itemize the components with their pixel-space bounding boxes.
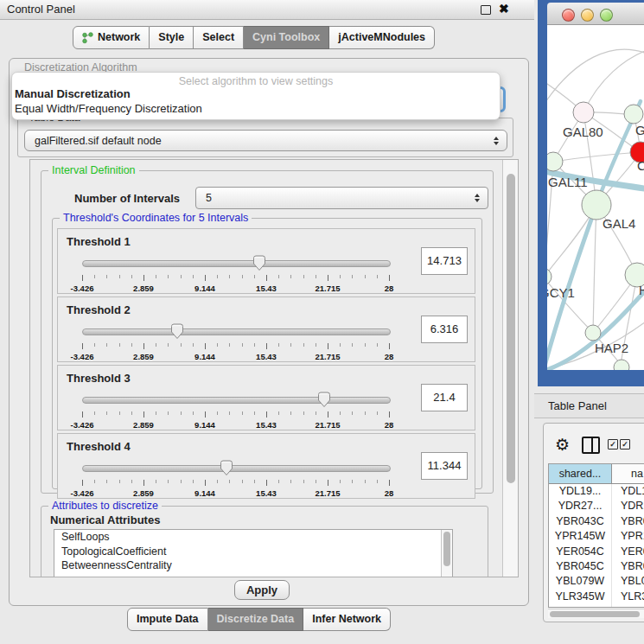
- slider-tick: [352, 480, 353, 483]
- tab-network[interactable]: Network: [73, 26, 150, 49]
- combo-arrows-icon[interactable]: [494, 137, 499, 145]
- slider-thumb[interactable]: [317, 392, 331, 408]
- network-edge[interactable]: [547, 49, 644, 107]
- attribute-item-topologicalcoefficient[interactable]: TopologicalCoefficient: [54, 545, 452, 559]
- cell-shared-name: YBR045C: [549, 559, 612, 574]
- table-hscrollbar-thumb[interactable]: [550, 611, 640, 617]
- network-node[interactable]: [614, 360, 629, 370]
- split-columns-icon[interactable]: [582, 437, 600, 454]
- threshold-slider-4[interactable]: -3.4262.8599.14415.4321.71528: [82, 460, 389, 496]
- slider-track[interactable]: [82, 397, 391, 404]
- apply-button[interactable]: Apply: [234, 580, 290, 600]
- mac-minimize-icon[interactable]: [581, 9, 594, 22]
- table-row[interactable]: YBR045CYBR0: [549, 559, 644, 574]
- table-panel-title: Table Panel: [548, 399, 607, 412]
- table-data-combo[interactable]: galFiltered.sif default node: [24, 130, 507, 151]
- slider-tick: [340, 275, 341, 278]
- table-hscrollbar[interactable]: [548, 609, 644, 618]
- threshold-slider-1[interactable]: -3.4262.8599.14415.4321.71528: [82, 255, 389, 291]
- network-node[interactable]: [547, 268, 552, 285]
- column-header-name[interactable]: na: [612, 464, 644, 483]
- algorithm-option-equal-width-frequency-discretization[interactable]: Equal Width/Frequency Discretization: [15, 102, 202, 115]
- attributes-list-scrollbar[interactable]: [441, 530, 452, 577]
- slider-track[interactable]: [82, 260, 391, 267]
- threshold-slider-2[interactable]: -3.4262.8599.14415.4321.71528: [82, 323, 389, 360]
- table-row[interactable]: YLR345WYLR3: [549, 590, 644, 604]
- attribute-item-betweennesscentrality[interactable]: BetweennessCentrality: [54, 558, 452, 573]
- table-row[interactable]: YDL19...YDL1: [549, 484, 644, 499]
- numerical-attributes-list[interactable]: SelfLoopsTopologicalCoefficientBetweenne…: [54, 529, 453, 577]
- slider-tick: [168, 275, 169, 278]
- slider-track[interactable]: [82, 328, 391, 335]
- slider-thumb-icon: [252, 255, 266, 271]
- float-window-icon[interactable]: [481, 5, 491, 15]
- slider-tick: [365, 480, 366, 483]
- tab-jactivemnodules[interactable]: jActiveMNodules: [329, 26, 435, 49]
- network-node[interactable]: [585, 325, 601, 341]
- table-row[interactable]: YDR27...YDR2: [549, 499, 644, 513]
- cell-shared-name: YBR043C: [549, 514, 612, 529]
- table-row[interactable]: YIL052CYIL0: [549, 604, 644, 608]
- slider-tick-label: 28: [385, 284, 394, 293]
- network-edge[interactable]: [593, 205, 596, 333]
- control-panel-title: Control Panel: [7, 3, 75, 16]
- network-canvas[interactable]: GAL80GCGAL11GAL4GCY1HHAP2: [547, 25, 644, 370]
- threshold-value-field[interactable]: 6.316: [421, 316, 468, 343]
- slider-tick: [106, 275, 107, 278]
- screen: Control Panel ✖ NetworkStyleSelectCyni T…: [0, 0, 644, 644]
- attributes-list-scrollbar-thumb[interactable]: [443, 532, 450, 566]
- threshold-value-field[interactable]: 21.4: [421, 384, 468, 411]
- network-node[interactable]: [547, 152, 563, 171]
- network-window-titlebar[interactable]: [547, 3, 644, 25]
- attribute-item-selfloops[interactable]: SelfLoops: [54, 530, 452, 545]
- tab-style[interactable]: Style: [150, 26, 194, 49]
- tab-cyni-toolbox[interactable]: Cyni Toolbox: [244, 26, 329, 49]
- mac-close-icon[interactable]: [562, 9, 575, 22]
- slider-tick: [316, 480, 316, 483]
- threshold-value-field[interactable]: 11.344: [421, 452, 468, 480]
- column-header-shared-name[interactable]: shared...: [549, 464, 612, 483]
- slider-tick: [278, 480, 279, 483]
- slider-tick: [290, 411, 291, 415]
- spinner-arrows-icon[interactable]: [475, 194, 480, 202]
- settings-scrollbar-thumb[interactable]: [507, 174, 515, 483]
- table-row[interactable]: YBL079WYBL0: [549, 574, 644, 589]
- network-edge[interactable]: [553, 152, 641, 162]
- network-node[interactable]: [582, 190, 611, 220]
- thresholds-group-title: Threshold's Coordinates for 5 Intervals: [60, 212, 252, 225]
- slider-tick-label: 21.715: [315, 420, 340, 430]
- checkbox-checked-icon[interactable]: ✓: [608, 439, 618, 450]
- slider-tick: [181, 480, 182, 483]
- slider-tick: [389, 411, 390, 418]
- tab-impute-data[interactable]: Impute Data: [127, 608, 208, 631]
- slider-tick: [181, 275, 182, 278]
- table-row[interactable]: YER054CYER0: [549, 545, 644, 559]
- checkbox-checked-icon[interactable]: ✓: [620, 439, 630, 450]
- network-node[interactable]: [573, 102, 594, 123]
- threshold-value-field[interactable]: 14.713: [421, 247, 468, 275]
- slider-track[interactable]: [82, 465, 391, 472]
- slider-tick: [94, 411, 95, 415]
- tab-infer-network[interactable]: Infer Network: [303, 608, 391, 631]
- table-row[interactable]: YPR145WYPR1: [549, 529, 644, 544]
- network-node[interactable]: [624, 105, 643, 124]
- slider-thumb[interactable]: [252, 255, 266, 271]
- close-icon[interactable]: ✖: [499, 2, 509, 16]
- network-node-label: G: [635, 123, 644, 137]
- slider-thumb[interactable]: [170, 323, 184, 340]
- slider-tick: [205, 275, 206, 281]
- slider-thumb[interactable]: [220, 460, 233, 476]
- algorithm-option-manual-discretization[interactable]: Manual Discretization: [15, 87, 131, 100]
- table-row[interactable]: YBR043CYBR0: [549, 514, 644, 529]
- number-of-intervals-spinner[interactable]: 5: [195, 187, 488, 209]
- threshold-slider-3[interactable]: -3.4262.8599.14415.4321.71528: [82, 392, 389, 428]
- cell-name: YBR0: [612, 514, 644, 529]
- threshold-label: Threshold 3: [67, 372, 131, 385]
- mac-zoom-icon[interactable]: [600, 9, 613, 22]
- gear-icon[interactable]: ⚙: [555, 437, 570, 453]
- tab-select[interactable]: Select: [194, 26, 244, 49]
- tab-discretize-data[interactable]: Discretize Data: [208, 608, 304, 631]
- settings-scrollbar[interactable]: [502, 160, 518, 577]
- network-edge[interactable]: [583, 49, 644, 112]
- threshold-label: Threshold 2: [67, 303, 131, 316]
